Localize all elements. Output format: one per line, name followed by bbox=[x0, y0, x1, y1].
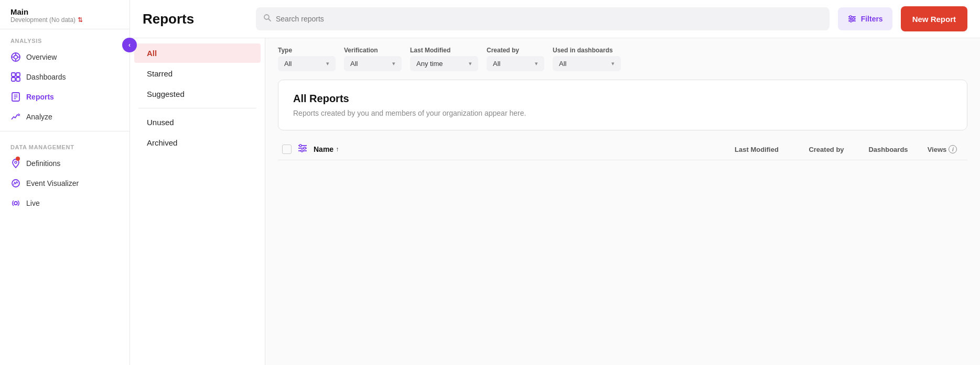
page-title: Reports bbox=[143, 11, 247, 27]
main-content: Reports Filters New Report bbox=[130, 0, 980, 365]
left-nav-divider bbox=[138, 108, 256, 108]
search-icon bbox=[263, 14, 272, 24]
table-col-last-modified: Last Modified bbox=[720, 146, 793, 153]
filter-last-modified-group: Last Modified Any time ▾ bbox=[410, 47, 478, 71]
svg-rect-9 bbox=[16, 78, 20, 81]
filter-used-in-dashboards-select[interactable]: All ▾ bbox=[553, 56, 621, 71]
chevron-down-icon-4: ▾ bbox=[535, 60, 538, 67]
filter-created-by-select[interactable]: All ▾ bbox=[487, 56, 544, 71]
chevron-down-icon-5: ▾ bbox=[611, 60, 615, 67]
sidebar-item-label-definitions: Definitions bbox=[26, 159, 60, 168]
filter-created-by-value: All bbox=[493, 60, 500, 68]
all-reports-title: All Reports bbox=[293, 93, 952, 105]
sidebar-item-event-visualizer[interactable]: Event Visualizer bbox=[0, 173, 130, 193]
sidebar-item-overview[interactable]: Overview bbox=[0, 47, 130, 67]
filter-last-modified-label: Last Modified bbox=[410, 47, 478, 54]
left-nav: All Starred Suggested Unused Archived bbox=[130, 38, 265, 365]
left-nav-item-all[interactable]: All bbox=[134, 43, 261, 63]
sidebar-divider bbox=[0, 131, 130, 131]
sort-icon: ↑ bbox=[336, 146, 339, 153]
sidebar-item-reports[interactable]: Reports bbox=[0, 87, 130, 107]
sidebar-item-definitions[interactable]: Definitions bbox=[0, 153, 130, 173]
sidebar-header: Main Development (No data) ⇅ bbox=[0, 0, 130, 29]
content-area: All Starred Suggested Unused Archived Ty… bbox=[130, 38, 980, 365]
filters-button[interactable]: Filters bbox=[838, 7, 892, 30]
filter-type-select[interactable]: All ▾ bbox=[278, 56, 336, 71]
sidebar-item-label-dashboards: Dashboards bbox=[26, 73, 66, 81]
svg-point-24 bbox=[853, 18, 855, 20]
filter-verification-value: All bbox=[350, 60, 358, 68]
svg-rect-7 bbox=[16, 73, 20, 76]
filters-icon bbox=[847, 14, 857, 24]
filter-row: Type All ▾ Verification All ▾ Last Modif… bbox=[278, 47, 967, 71]
analysis-section-label: Analysis bbox=[0, 29, 130, 47]
svg-point-29 bbox=[299, 145, 301, 147]
collapse-button[interactable]: ‹ bbox=[122, 38, 137, 52]
analyze-icon bbox=[10, 112, 21, 122]
left-nav-item-unused[interactable]: Unused bbox=[134, 113, 261, 132]
arrows-icon: ⇅ bbox=[78, 17, 83, 23]
table-col-name[interactable]: Name ↑ bbox=[314, 145, 716, 153]
svg-point-23 bbox=[849, 16, 852, 18]
sidebar: Main Development (No data) ⇅ ‹ Analysis … bbox=[0, 0, 130, 365]
filter-last-modified-value: Any time bbox=[416, 60, 443, 68]
table-col-created-by: Created by bbox=[798, 146, 855, 153]
svg-point-25 bbox=[850, 20, 852, 22]
dashboards-icon bbox=[10, 72, 21, 82]
svg-point-31 bbox=[301, 150, 303, 152]
overview-icon bbox=[10, 52, 21, 62]
data-management-label: Data Management bbox=[0, 136, 130, 153]
filter-type-group: Type All ▾ bbox=[278, 47, 336, 71]
sidebar-item-label-analyze: Analyze bbox=[26, 113, 52, 121]
sidebar-item-label-event-visualizer: Event Visualizer bbox=[26, 179, 79, 187]
svg-point-15 bbox=[15, 161, 17, 163]
filter-used-in-dashboards-group: Used in dashboards All ▾ bbox=[553, 47, 621, 71]
table-col-dashboards: Dashboards bbox=[859, 146, 917, 153]
filter-used-in-dashboards-value: All bbox=[559, 60, 566, 68]
filter-type-label: Type bbox=[278, 47, 336, 54]
filter-type-value: All bbox=[284, 60, 292, 68]
all-reports-card: All Reports Reports created by you and m… bbox=[278, 80, 967, 130]
definitions-icon bbox=[10, 158, 21, 169]
sidebar-item-label-live: Live bbox=[26, 199, 40, 207]
left-nav-item-archived[interactable]: Archived bbox=[134, 133, 261, 152]
filter-verification-select[interactable]: All ▾ bbox=[344, 56, 402, 71]
chevron-down-icon-2: ▾ bbox=[392, 60, 395, 67]
sidebar-item-analyze[interactable]: Analyze bbox=[0, 107, 130, 127]
svg-rect-6 bbox=[12, 73, 15, 76]
reports-icon bbox=[10, 92, 21, 102]
filters-label: Filters bbox=[861, 15, 883, 23]
search-bar[interactable] bbox=[256, 7, 830, 30]
live-icon bbox=[10, 198, 21, 208]
table-col-views: Views i bbox=[921, 145, 963, 153]
app-subtitle: Development (No data) ⇅ bbox=[10, 16, 83, 24]
app-title: Main bbox=[10, 7, 83, 16]
svg-point-17 bbox=[14, 202, 17, 205]
sidebar-item-label-reports: Reports bbox=[26, 93, 54, 101]
filter-last-modified-select[interactable]: Any time ▾ bbox=[410, 56, 478, 71]
sidebar-item-live[interactable]: Live bbox=[0, 193, 130, 213]
views-info-icon[interactable]: i bbox=[949, 145, 957, 153]
event-visualizer-icon bbox=[10, 178, 21, 189]
all-reports-description: Reports created by you and members of yo… bbox=[293, 109, 952, 117]
sidebar-item-dashboards[interactable]: Dashboards bbox=[0, 67, 130, 87]
table-header: Name ↑ Last Modified Created by Dashboar… bbox=[278, 139, 967, 160]
report-area: Type All ▾ Verification All ▾ Last Modif… bbox=[265, 38, 980, 365]
filter-created-by-group: Created by All ▾ bbox=[487, 47, 544, 71]
left-nav-item-starred[interactable]: Starred bbox=[134, 64, 261, 83]
definitions-badge bbox=[16, 157, 20, 161]
table-filter-icon bbox=[298, 144, 307, 154]
search-input[interactable] bbox=[276, 15, 822, 23]
filter-created-by-label: Created by bbox=[487, 47, 544, 54]
left-nav-item-suggested[interactable]: Suggested bbox=[134, 84, 261, 104]
top-bar: Reports Filters New Report bbox=[130, 0, 980, 38]
chevron-down-icon-3: ▾ bbox=[469, 60, 472, 67]
filter-verification-label: Verification bbox=[344, 47, 402, 54]
sidebar-item-label-overview: Overview bbox=[26, 53, 57, 61]
new-report-button[interactable]: New Report bbox=[901, 6, 967, 31]
table-select-all-checkbox[interactable] bbox=[282, 145, 292, 154]
svg-point-30 bbox=[304, 147, 306, 149]
svg-point-1 bbox=[14, 56, 18, 59]
filter-verification-group: Verification All ▾ bbox=[344, 47, 402, 71]
chevron-down-icon: ▾ bbox=[326, 60, 329, 67]
